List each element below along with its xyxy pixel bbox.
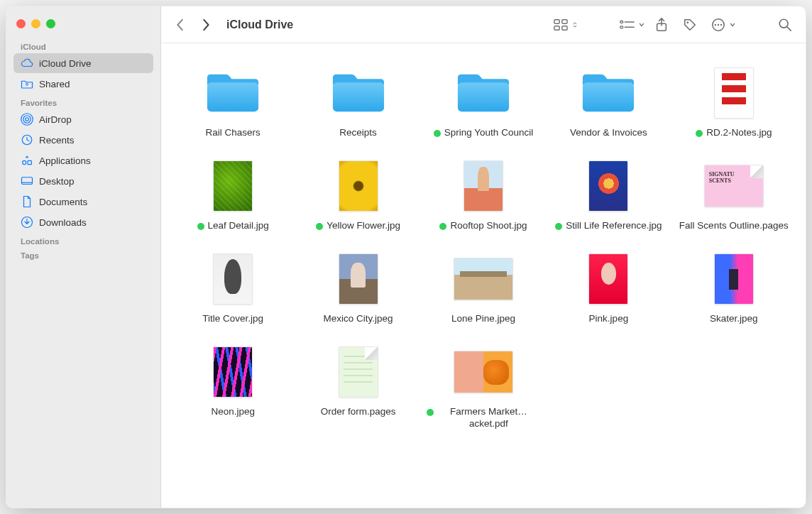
chevron-down-icon: [730, 18, 736, 31]
item-name: Leaf Detail.jpg: [208, 220, 269, 232]
sidebar-item-airdrop[interactable]: AirDrop: [13, 109, 153, 129]
folder-item[interactable]: Receipts: [297, 65, 418, 139]
svg-rect-13: [562, 26, 567, 29]
forward-button[interactable]: [195, 15, 216, 35]
tag-dot-icon: [316, 223, 323, 230]
svg-rect-27: [333, 82, 384, 111]
sidebar-item-documents[interactable]: Documents: [13, 192, 153, 212]
item-name: Fall Scents Outline.pages: [679, 220, 789, 232]
tags-button[interactable]: [678, 15, 702, 35]
group-by-button[interactable]: [615, 15, 645, 35]
shared-folder-icon: [21, 77, 33, 90]
tag-dot-icon: [197, 223, 204, 230]
item-label: Pink.jpeg: [589, 313, 629, 325]
sidebar-item-shared[interactable]: Shared: [13, 74, 153, 94]
view-switcher[interactable]: [549, 15, 578, 35]
svg-point-21: [715, 23, 716, 25]
back-button[interactable]: [170, 15, 191, 35]
item-label: Spring Youth Council: [434, 127, 533, 139]
item-name: Spring Youth Council: [444, 127, 533, 139]
window-title: iCloud Drive: [226, 18, 293, 31]
sidebar-section-label: iCloud: [6, 38, 160, 53]
item-label: Leaf Detail.jpg: [197, 220, 269, 232]
svg-point-22: [718, 23, 719, 25]
item-name: RD.2-Notes.jpg: [706, 127, 772, 139]
folder-icon: [449, 65, 517, 121]
item-name: Skater.jpeg: [710, 313, 758, 325]
item-label: Mexico City.jpeg: [324, 313, 393, 325]
item-name: Rooftop Shoot.jpg: [450, 220, 527, 232]
sidebar-item-label: Applications: [39, 155, 91, 166]
file-thumbnail: [449, 344, 517, 400]
file-thumbnail: [199, 158, 267, 214]
item-label: Neon.jpeg: [211, 406, 255, 418]
group-icon: [615, 15, 640, 35]
search-button[interactable]: [773, 15, 797, 35]
file-item[interactable]: Skater.jpeg: [674, 251, 794, 325]
tag-dot-icon: [427, 409, 434, 416]
sidebar-item-icloud-drive[interactable]: iCloud Drive: [13, 53, 153, 73]
item-label: Rooftop Shoot.jpg: [439, 220, 527, 232]
tag-dot-icon: [439, 223, 446, 230]
sidebar-item-label: Documents: [39, 197, 87, 207]
svg-rect-11: [562, 19, 567, 23]
minimize-window-button[interactable]: [31, 19, 40, 28]
share-button[interactable]: [649, 15, 674, 35]
file-item[interactable]: Lone Pine.jpeg: [423, 251, 544, 325]
file-thumbnail: [324, 158, 393, 214]
tag-dot-icon: [434, 130, 441, 137]
svg-point-23: [720, 23, 722, 25]
cloud-icon: [21, 57, 33, 70]
file-item[interactable]: Farmers Market…acket.pdf: [423, 344, 544, 430]
toolbar: iCloud Drive: [161, 6, 806, 43]
action-menu-button[interactable]: [706, 15, 736, 35]
file-thumbnail: [199, 344, 267, 400]
folder-item[interactable]: Vendor & Invoices: [548, 65, 669, 139]
item-label: Skater.jpeg: [710, 313, 758, 325]
folder-icon: [574, 65, 642, 121]
close-window-button[interactable]: [16, 19, 26, 28]
folder-icon: [324, 65, 393, 121]
window-controls: [6, 13, 160, 38]
sidebar-item-recents[interactable]: Recents: [13, 130, 153, 150]
apps-icon: [21, 154, 33, 167]
document-icon: [21, 195, 33, 208]
sidebar-item-label: Desktop: [39, 176, 75, 187]
file-item[interactable]: Rooftop Shoot.jpg: [423, 158, 544, 232]
svg-point-1: [26, 118, 29, 121]
file-item[interactable]: Leaf Detail.jpg: [172, 158, 293, 232]
file-item[interactable]: Pink.jpeg: [548, 251, 669, 325]
download-icon: [21, 216, 33, 229]
folder-item[interactable]: Spring Youth Council: [423, 65, 544, 139]
svg-point-0: [26, 83, 28, 85]
item-label: Vendor & Invoices: [570, 127, 647, 139]
item-label: Title Cover.jpg: [202, 313, 263, 325]
item-name: Receipts: [339, 127, 377, 139]
file-item[interactable]: Yellow Flower.jpg: [297, 158, 418, 232]
item-label: Still Life Reference.jpg: [555, 220, 662, 232]
sidebar-item-desktop[interactable]: Desktop: [13, 171, 153, 191]
file-item[interactable]: Mexico City.jpeg: [297, 251, 418, 325]
chevron-down-icon: [640, 18, 645, 31]
finder-window: iCloudiCloud DriveSharedFavoritesAirDrop…: [6, 6, 806, 508]
sidebar-section-label: Favorites: [6, 94, 160, 109]
sidebar-item-applications[interactable]: Applications: [13, 151, 153, 170]
zoom-window-button[interactable]: [46, 19, 55, 28]
sidebar-item-downloads[interactable]: Downloads: [13, 212, 153, 232]
file-item[interactable]: Fall Scents Outline.pages: [674, 158, 794, 232]
file-item[interactable]: Title Cover.jpg: [172, 251, 293, 325]
file-item[interactable]: RD.2-Notes.jpg: [674, 65, 794, 139]
svg-rect-6: [28, 160, 31, 164]
desktop-icon: [21, 175, 33, 187]
file-item[interactable]: Still Life Reference.jpg: [548, 158, 669, 232]
file-item[interactable]: Order form.pages: [297, 344, 418, 430]
folder-item[interactable]: Rail Chasers: [172, 65, 293, 139]
item-name: Title Cover.jpg: [202, 313, 263, 325]
folder-icon: [199, 65, 267, 121]
file-item[interactable]: Neon.jpeg: [172, 344, 293, 430]
item-label: Lone Pine.jpeg: [451, 313, 515, 325]
clock-icon: [21, 133, 33, 146]
sidebar: iCloudiCloud DriveSharedFavoritesAirDrop…: [6, 6, 161, 508]
svg-rect-7: [22, 177, 33, 185]
sidebar-section-label: Locations: [6, 233, 160, 247]
